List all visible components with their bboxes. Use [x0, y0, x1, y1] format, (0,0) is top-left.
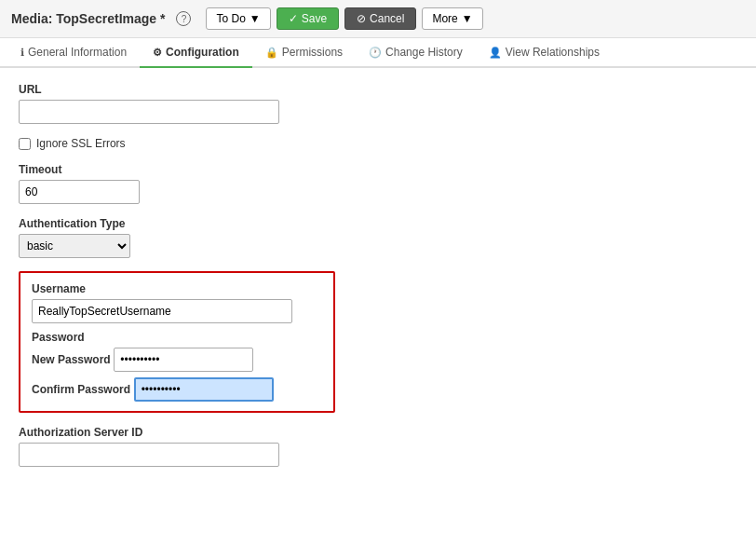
header-actions: To Do ▼ ✓ Save ⊘ Cancel More ▼ [206, 7, 482, 30]
person-icon: 👤 [489, 47, 502, 59]
todo-arrow-icon: ▼ [250, 12, 261, 25]
ignore-ssl-checkbox[interactable] [19, 138, 31, 150]
lock-icon: 🔒 [265, 47, 278, 59]
tab-permissions[interactable]: 🔒 Permissions [252, 38, 356, 68]
tab-view-relationships-label: View Relationships [506, 46, 600, 59]
timeout-input[interactable] [19, 180, 140, 204]
url-input[interactable] [19, 100, 279, 124]
gear-icon: ⚙ [153, 47, 162, 59]
auth-type-label: Authentication Type [19, 217, 737, 230]
new-password-input[interactable] [114, 348, 253, 372]
tab-bar: ℹ General Information ⚙ Configuration 🔒 … [0, 38, 756, 68]
cancel-button[interactable]: ⊘ Cancel [344, 7, 416, 30]
help-icon[interactable]: ? [176, 11, 191, 26]
cancel-label: Cancel [370, 12, 404, 25]
page-header: Media: TopSecretImage * ? To Do ▼ ✓ Save… [0, 0, 756, 38]
url-label: URL [19, 83, 737, 96]
ignore-ssl-label: Ignore SSL Errors [36, 137, 126, 150]
tab-view-relationships[interactable]: 👤 View Relationships [476, 38, 613, 68]
save-button[interactable]: ✓ Save [277, 7, 339, 30]
tab-change-history[interactable]: 🕐 Change History [356, 38, 476, 68]
more-arrow-icon: ▼ [462, 12, 473, 25]
tab-configuration-label: Configuration [166, 46, 239, 59]
credentials-section: Username Password New Password Confirm P… [19, 271, 335, 413]
auth-type-select-wrap: basic digest ntlm none [19, 234, 737, 258]
tab-general-label: General Information [28, 46, 127, 59]
password-section-label: Password [32, 331, 322, 344]
cancel-icon: ⊘ [357, 12, 366, 25]
tab-change-history-label: Change History [385, 46, 463, 59]
confirm-password-field-group: Confirm Password [32, 377, 322, 402]
username-label: Username [32, 282, 322, 295]
ignore-ssl-row: Ignore SSL Errors [19, 137, 737, 150]
auth-type-field-group: Authentication Type basic digest ntlm no… [19, 217, 737, 258]
page-title: Media: TopSecretImage * [11, 11, 165, 26]
more-button[interactable]: More ▼ [422, 7, 482, 30]
new-password-label: New Password [32, 353, 111, 366]
confirm-password-input[interactable] [134, 377, 274, 402]
url-field-group: URL [19, 83, 737, 124]
confirm-password-label: Confirm Password [32, 383, 130, 396]
save-check-icon: ✓ [289, 12, 298, 25]
tab-permissions-label: Permissions [282, 46, 343, 59]
tab-configuration[interactable]: ⚙ Configuration [140, 38, 252, 68]
tab-general-information[interactable]: ℹ General Information [7, 38, 140, 68]
main-content: URL Ignore SSL Errors Timeout Authentica… [0, 68, 756, 495]
new-password-field-group: New Password [32, 348, 322, 372]
auth-server-id-input[interactable] [19, 443, 279, 467]
save-label: Save [302, 12, 327, 25]
todo-label: To Do [216, 12, 245, 25]
info-icon: ℹ [20, 47, 24, 59]
auth-type-select[interactable]: basic digest ntlm none [19, 234, 130, 258]
timeout-label: Timeout [19, 163, 737, 176]
username-field-group: Username [32, 282, 322, 323]
clock-icon: 🕐 [369, 47, 382, 59]
auth-server-id-field-group: Authorization Server ID [19, 426, 737, 467]
timeout-field-group: Timeout [19, 163, 737, 204]
username-input[interactable] [32, 299, 292, 323]
more-label: More [432, 12, 457, 25]
auth-server-id-label: Authorization Server ID [19, 426, 737, 439]
todo-button[interactable]: To Do ▼ [206, 7, 270, 30]
